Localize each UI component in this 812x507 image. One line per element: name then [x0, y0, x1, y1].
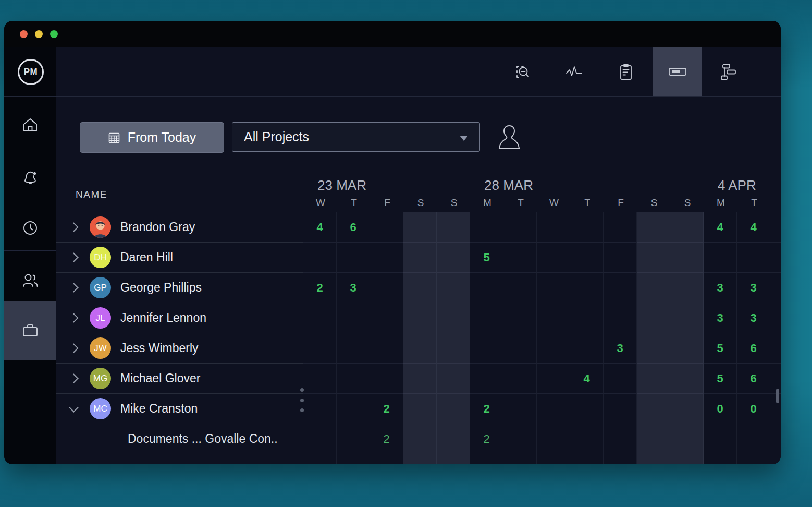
toolbar-activity[interactable]: [549, 47, 599, 96]
grid-cell[interactable]: 2: [370, 424, 403, 454]
grid-cell[interactable]: [604, 243, 637, 273]
grid-cell[interactable]: 5: [704, 333, 737, 364]
grid-cell[interactable]: 5: [704, 364, 737, 394]
grid-cell[interactable]: [337, 424, 370, 454]
grid-cell[interactable]: [437, 243, 470, 273]
grid-cell[interactable]: [704, 424, 737, 454]
sidebar-item-timesheets[interactable]: [4, 211, 56, 245]
grid-cell[interactable]: [503, 454, 537, 464]
grid-cell[interactable]: 4: [570, 364, 604, 394]
grid-cell[interactable]: 3: [704, 303, 737, 333]
grid-cell[interactable]: 3: [737, 273, 770, 303]
grid-cell[interactable]: [537, 333, 570, 364]
grid-cell[interactable]: [637, 424, 670, 454]
grid-cell[interactable]: 3: [604, 333, 637, 364]
grid-cell[interactable]: [503, 394, 537, 424]
grid-cell[interactable]: 6: [737, 364, 770, 394]
grid-cell[interactable]: [303, 364, 337, 394]
scrollbar-thumb[interactable]: [776, 389, 779, 403]
grid-cell[interactable]: [403, 394, 437, 424]
grid-cell[interactable]: [704, 243, 737, 273]
grid-cell[interactable]: [403, 303, 437, 333]
grid-cell[interactable]: [403, 333, 437, 364]
grid-cell[interactable]: [537, 303, 570, 333]
grid-cell[interactable]: [403, 243, 437, 273]
grid-cell[interactable]: [570, 243, 604, 273]
grid-cell[interactable]: 4: [737, 212, 770, 243]
grid-cell[interactable]: [403, 454, 437, 464]
collapse-chevron-icon[interactable]: [69, 403, 78, 412]
grid-cell[interactable]: [370, 364, 403, 394]
grid-cell[interactable]: [637, 243, 670, 273]
grid-cell[interactable]: 4: [303, 212, 337, 243]
grid-cell[interactable]: [370, 212, 403, 243]
grid-cell[interactable]: [437, 454, 470, 464]
grid-cell[interactable]: [503, 243, 537, 273]
grid-cell[interactable]: [537, 212, 570, 243]
grid-cell[interactable]: [570, 333, 604, 364]
grid-cell[interactable]: [670, 394, 704, 424]
grid-cell[interactable]: [470, 273, 503, 303]
grid-cell[interactable]: [604, 364, 637, 394]
toolbar-zoom-search[interactable]: [498, 47, 547, 96]
grid-cell[interactable]: [437, 273, 470, 303]
grid-cell[interactable]: [503, 424, 537, 454]
toolbar-tasks[interactable]: [601, 47, 650, 96]
grid-cell[interactable]: [370, 273, 403, 303]
grid-cell[interactable]: [470, 364, 503, 394]
grid-cell[interactable]: [503, 303, 537, 333]
people-filter-button[interactable]: [493, 121, 525, 153]
grid-cell[interactable]: [470, 333, 503, 364]
grid-cell[interactable]: [537, 273, 570, 303]
grid-cell[interactable]: [537, 454, 570, 464]
grid-cell[interactable]: [604, 394, 637, 424]
grid-cell[interactable]: [570, 454, 604, 464]
grid-cell[interactable]: [437, 394, 470, 424]
grid-cell[interactable]: [670, 454, 704, 464]
grid-cell[interactable]: [570, 424, 604, 454]
grid-cell[interactable]: [570, 394, 604, 424]
grid-cell[interactable]: 3: [737, 303, 770, 333]
grid-cell[interactable]: [604, 424, 637, 454]
grid-cell[interactable]: [337, 243, 370, 273]
grid-cell[interactable]: [537, 364, 570, 394]
grid-cell[interactable]: [437, 303, 470, 333]
grid-cell[interactable]: [303, 303, 337, 333]
sidebar-item-notifications[interactable]: [4, 161, 56, 194]
grid-cell[interactable]: 3: [337, 273, 370, 303]
grid-cell[interactable]: [337, 394, 370, 424]
grid-cell[interactable]: [670, 364, 704, 394]
grid-cell[interactable]: [670, 303, 704, 333]
grid-cell[interactable]: [737, 454, 770, 464]
grid-cell[interactable]: [437, 424, 470, 454]
grid-cell[interactable]: [537, 243, 570, 273]
grid-cell[interactable]: [670, 333, 704, 364]
zoom-window-button[interactable]: [50, 30, 58, 38]
grid-cell[interactable]: [303, 243, 337, 273]
project-filter-select[interactable]: All Projects: [232, 122, 480, 152]
grid-cell[interactable]: 3: [704, 273, 737, 303]
grid-cell[interactable]: [403, 273, 437, 303]
grid-cell[interactable]: 6: [737, 333, 770, 364]
grid-cell[interactable]: 4: [704, 212, 737, 243]
grid-cell[interactable]: [604, 212, 637, 243]
grid-cell[interactable]: [670, 243, 704, 273]
grid-cell[interactable]: 6: [337, 212, 370, 243]
grid-cell[interactable]: [503, 273, 537, 303]
grid-cell[interactable]: [303, 394, 337, 424]
grid-cell[interactable]: [637, 303, 670, 333]
grid-cell[interactable]: [604, 454, 637, 464]
grid-cell[interactable]: [303, 424, 337, 454]
pm-logo[interactable]: PM: [18, 59, 44, 85]
panel-resize-handle[interactable]: [299, 388, 304, 412]
grid-cell[interactable]: [470, 454, 503, 464]
grid-cell[interactable]: [637, 333, 670, 364]
grid-cell[interactable]: 2: [470, 394, 503, 424]
grid-cell[interactable]: [503, 212, 537, 243]
grid-cell[interactable]: [637, 394, 670, 424]
toolbar-workload-active[interactable]: [653, 47, 702, 96]
expand-chevron-icon[interactable]: [69, 343, 78, 353]
grid-cell[interactable]: [370, 303, 403, 333]
grid-cell[interactable]: [704, 454, 737, 464]
grid-cell[interactable]: [670, 212, 704, 243]
